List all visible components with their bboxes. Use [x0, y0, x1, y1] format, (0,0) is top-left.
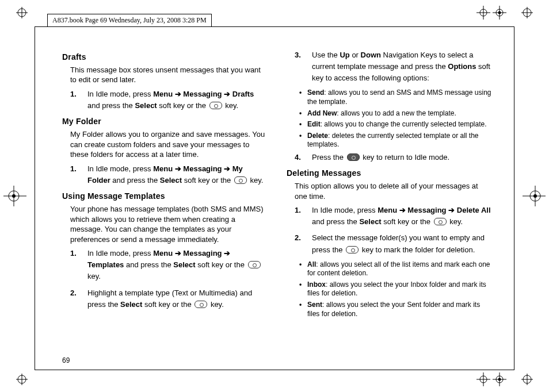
- arrow-icon: ➔: [173, 249, 183, 258]
- t: key.: [223, 101, 239, 110]
- t: key.: [448, 217, 463, 226]
- regmark-left: [3, 186, 26, 206]
- regmark-tl: [16, 7, 28, 18]
- t: Drafts: [232, 90, 254, 98]
- right-column: 3. Use the Up or Down Navigation Keys to…: [287, 49, 491, 354]
- templates-step-3: 3. Use the Up or Down Navigation Keys to…: [295, 49, 491, 84]
- t: soft key or the: [142, 300, 193, 309]
- regmark-top-b: [493, 6, 506, 20]
- bullet-edit: Edit: allows you to change the currently…: [299, 120, 491, 129]
- t: Menu: [153, 90, 173, 98]
- drafts-step-1: 1. In Idle mode, press Menu ➔ Messaging …: [70, 89, 267, 112]
- myfolder-desc: My Folder allows you to organize and sav…: [70, 129, 267, 160]
- t: Sent: [307, 301, 322, 309]
- left-column: Drafts This message box stores unsent me…: [62, 49, 267, 354]
- templates-step-1: 1. In Idle mode, press Menu ➔ Messaging …: [70, 248, 267, 282]
- page-number: 69: [62, 356, 70, 364]
- arrow-icon: ➔: [173, 164, 183, 173]
- t: key to mark the folder for deletion.: [360, 245, 475, 254]
- t: : allows you select the your Inbox folde…: [307, 280, 486, 298]
- bullet-delete: Delete: deletes the currently selected t…: [299, 132, 491, 149]
- svg-point-26: [498, 11, 501, 14]
- heading-myfolder: My Folder: [62, 116, 267, 127]
- t: Delete: [307, 132, 328, 140]
- t: Menu: [378, 206, 397, 214]
- templates-step-2: 2. Highlight a template type (Text or Mu…: [70, 287, 267, 310]
- t: and press the: [87, 101, 135, 110]
- t: Messaging: [183, 164, 222, 173]
- ok-key-icon: [248, 261, 261, 268]
- t: Menu: [153, 249, 173, 258]
- bullet-addnew: Add New: allows you to add a new the tem…: [299, 109, 491, 118]
- t: In Idle mode, press: [312, 206, 378, 214]
- regmark-tr: [521, 7, 533, 18]
- t: and press the: [110, 176, 160, 185]
- t: Select: [135, 101, 157, 110]
- bullet-sent: Sent: allows you select the your Sent fo…: [299, 301, 491, 318]
- t: Press the: [312, 153, 346, 162]
- t: Messaging: [183, 90, 222, 98]
- t: soft key or the: [182, 176, 233, 185]
- t: : deletes the currently selected templat…: [307, 132, 479, 149]
- t: : allows you select the your Sent folder…: [307, 301, 480, 318]
- t: key.: [87, 272, 101, 280]
- t: All: [307, 260, 316, 268]
- ok-key-icon: [195, 301, 207, 308]
- print-header: A837.book Page 69 Wednesday, July 23, 20…: [47, 14, 212, 27]
- t: : allows you to change the currently sel…: [321, 120, 487, 128]
- t: Use the: [312, 51, 340, 59]
- regmark-br: [521, 374, 533, 385]
- t: soft key or the: [157, 101, 208, 110]
- arrow-icon: ➔: [173, 90, 183, 98]
- t: and press the: [312, 217, 359, 226]
- t: key.: [248, 176, 264, 185]
- ok-key-icon: [346, 246, 359, 253]
- t: Messaging: [407, 206, 446, 214]
- heading-templates: Using Message Templates: [62, 191, 267, 202]
- t: Inbox: [307, 280, 326, 289]
- t: Templates: [87, 260, 124, 269]
- bullet-all: All: allows you select all of the list i…: [299, 260, 491, 278]
- t: Messaging: [183, 249, 222, 258]
- t: Add New: [307, 109, 337, 117]
- arrow-icon: ➔: [222, 249, 231, 258]
- regmark-bot-a: [476, 372, 490, 386]
- heading-deleting: Deleting Messages: [287, 168, 491, 179]
- svg-point-33: [498, 378, 501, 381]
- t: Edit: [307, 120, 321, 128]
- drafts-desc: This message box stores unsent messages …: [70, 65, 267, 85]
- content-columns: Drafts This message box stores unsent me…: [62, 49, 491, 354]
- t: : allows you to add a new the template.: [337, 109, 456, 117]
- t: or: [350, 51, 361, 59]
- regmark-top-a: [476, 6, 490, 20]
- ok-key-icon: [209, 102, 222, 109]
- t: Select: [160, 176, 182, 185]
- delete-step-2: 2. Select the message folder(s) you want…: [295, 232, 491, 255]
- t: soft key or the: [382, 217, 433, 226]
- t: soft key or the: [196, 260, 247, 269]
- crop-bottom: [35, 370, 514, 370]
- regmark-bot-b: [493, 372, 506, 386]
- crop-right: [514, 26, 514, 370]
- templates-desc: Your phone has message templates (both S…: [70, 204, 267, 244]
- t: key.: [208, 300, 224, 309]
- arrow-icon: ➔: [222, 90, 232, 98]
- delete-step-1: 1. In Idle mode, press Menu ➔ Messaging …: [295, 205, 491, 228]
- t: Options: [448, 62, 476, 71]
- ok-key-icon: [434, 218, 447, 225]
- t: : allows you to send an SMS and MMS mess…: [307, 89, 491, 106]
- arrow-icon: ➔: [447, 206, 457, 214]
- page-root: A837.book Page 69 Wednesday, July 23, 20…: [0, 0, 549, 392]
- t: In Idle mode, press: [87, 164, 153, 173]
- t: key to return to Idle mode.: [361, 153, 450, 162]
- myfolder-step-1: 1. In Idle mode, press Menu ➔ Messaging …: [70, 163, 267, 186]
- t: In Idle mode, press: [87, 249, 153, 258]
- ok-key-icon: [234, 176, 247, 184]
- t: In Idle mode, press: [87, 90, 153, 98]
- regmark-bl: [16, 374, 28, 385]
- arrow-icon: ➔: [397, 206, 407, 214]
- t: Select: [173, 260, 195, 269]
- t: : allows you select all of the list item…: [307, 260, 490, 278]
- t: Menu: [153, 164, 173, 173]
- t: Down: [361, 51, 381, 59]
